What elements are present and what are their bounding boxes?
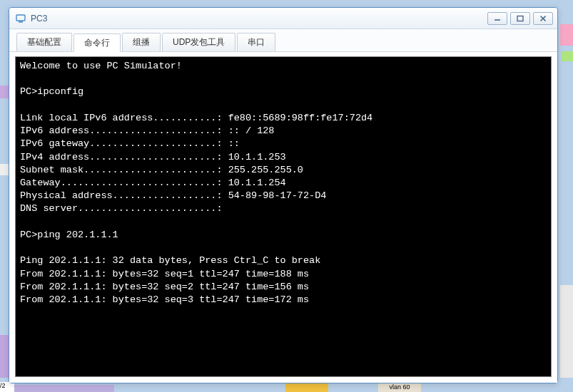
terminal-line: PC>ipconfig bbox=[20, 86, 83, 97]
simulator-window: PC3 基础配置 命令行 组播 UDP发包工具 串口 Welcome to us… bbox=[9, 7, 558, 383]
terminal-line: DNS server........................: bbox=[20, 203, 223, 214]
terminal-line: IPv6 address......................: :: /… bbox=[20, 125, 274, 136]
terminal-line: From 202.1.1.1: bytes=32 seq=2 ttl=247 t… bbox=[20, 282, 309, 292]
terminal-line: From 202.1.1.1: bytes=32 seq=1 ttl=247 t… bbox=[20, 269, 309, 279]
app-icon bbox=[15, 13, 26, 24]
background-fragment bbox=[560, 285, 573, 378]
tab-command-line[interactable]: 命令行 bbox=[73, 33, 121, 52]
svg-rect-0 bbox=[16, 15, 25, 21]
terminal-line: IPv4 address......................: 10.1… bbox=[20, 152, 286, 163]
svg-rect-1 bbox=[19, 21, 23, 23]
background-fragment bbox=[560, 24, 573, 46]
background-fragment bbox=[14, 385, 114, 392]
tab-udp-tool[interactable]: UDP发包工具 bbox=[162, 33, 235, 51]
background-fragment bbox=[0, 164, 9, 175]
terminal-line: Subnet mask.......................: 255.… bbox=[20, 165, 303, 175]
maximize-button[interactable] bbox=[510, 12, 530, 25]
background-fragment bbox=[562, 51, 573, 61]
terminal-line: Gateway...........................: 10.1… bbox=[20, 177, 286, 188]
terminal-line: Link local IPv6 address...........: fe80… bbox=[20, 113, 372, 123]
terminal-line: Ping 202.1.1.1: 32 data bytes, Press Ctr… bbox=[20, 255, 320, 266]
background-fragment: /2 bbox=[0, 382, 14, 392]
window-title: PC3 bbox=[31, 14, 485, 24]
terminal-line: Welcome to use PC Simulator! bbox=[20, 61, 182, 71]
minimize-icon bbox=[494, 15, 501, 22]
close-icon bbox=[539, 15, 547, 22]
tab-bar: 基础配置 命令行 组播 UDP发包工具 串口 bbox=[9, 29, 557, 52]
tab-basic-config[interactable]: 基础配置 bbox=[16, 33, 72, 51]
minimize-button[interactable] bbox=[487, 12, 507, 25]
terminal-line: IPv6 gateway......................: :: bbox=[20, 138, 240, 149]
tab-serial[interactable]: 串口 bbox=[237, 33, 275, 51]
terminal[interactable]: Welcome to use PC Simulator! PC>ipconfig… bbox=[15, 56, 552, 377]
maximize-icon bbox=[517, 15, 524, 22]
titlebar[interactable]: PC3 bbox=[9, 8, 557, 29]
close-button[interactable] bbox=[533, 12, 553, 25]
terminal-line: PC>ping 202.1.1.1 bbox=[20, 229, 118, 240]
terminal-container: Welcome to use PC Simulator! PC>ipconfig… bbox=[9, 52, 557, 383]
terminal-line: From 202.1.1.1: bytes=32 seq=3 ttl=247 t… bbox=[20, 294, 309, 305]
terminal-line: Physical address..................: 54-8… bbox=[20, 190, 326, 201]
tab-multicast[interactable]: 组播 bbox=[122, 33, 161, 51]
background-fragment: vlan 60 bbox=[378, 383, 421, 392]
svg-rect-3 bbox=[517, 16, 523, 21]
